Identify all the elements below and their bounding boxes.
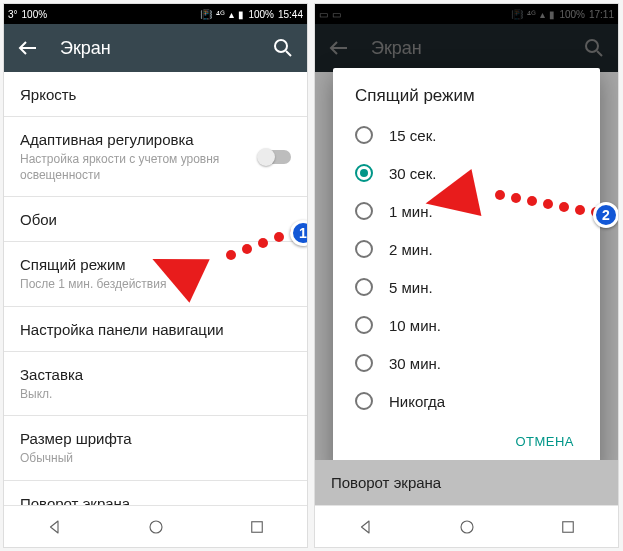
sleep-dialog: Спящий режим 15 сек.30 сек.1 мин.2 мин.5… bbox=[333, 68, 600, 471]
radio-option[interactable]: 10 мин. bbox=[333, 306, 600, 344]
svg-point-4 bbox=[461, 521, 473, 533]
row-sublabel: После 1 мин. бездействия bbox=[20, 277, 291, 293]
radio-option[interactable]: 30 сек. bbox=[333, 154, 600, 192]
navbar bbox=[315, 505, 618, 547]
radio-label: 2 мин. bbox=[389, 241, 433, 258]
navbar bbox=[4, 505, 307, 547]
nav-home-icon[interactable] bbox=[458, 518, 476, 536]
signal-icon: ▴ bbox=[229, 9, 234, 20]
row-sleep[interactable]: Спящий режим После 1 мин. бездействия bbox=[4, 242, 307, 307]
radio-label: Никогда bbox=[389, 393, 445, 410]
dialog-title: Спящий режим bbox=[333, 86, 600, 116]
page-title: Экран bbox=[60, 38, 271, 59]
nav-back-icon[interactable] bbox=[46, 518, 64, 536]
radio-label: 5 мин. bbox=[389, 279, 433, 296]
radio-option[interactable]: 1 мин. bbox=[333, 192, 600, 230]
radio-label: 1 мин. bbox=[389, 203, 433, 220]
row-adaptive-brightness[interactable]: Адаптивная регулировка Настройка яркости… bbox=[4, 117, 307, 197]
radio-list: 15 сек.30 сек.1 мин.2 мин.5 мин.10 мин.3… bbox=[333, 116, 600, 420]
settings-list: Яркость Адаптивная регулировка Настройка… bbox=[4, 72, 307, 526]
nav-recent-icon[interactable] bbox=[248, 518, 266, 536]
row-label: Спящий режим bbox=[20, 256, 291, 273]
row-fontsize[interactable]: Размер шрифта Обычный bbox=[4, 416, 307, 481]
row-label: Заставка bbox=[20, 366, 291, 383]
annotation-badge-2: 2 bbox=[593, 202, 619, 228]
signal-4g-icon: ⁴ᴳ bbox=[216, 9, 225, 20]
radio-option[interactable]: 2 мин. bbox=[333, 230, 600, 268]
phone-screen-1: 3° 100% 📳 ⁴ᴳ ▴ ▮ 100% 15:44 Экран Яркост… bbox=[3, 3, 308, 548]
radio-option[interactable]: 5 мин. bbox=[333, 268, 600, 306]
phone-screen-2: ▭ ▭ 📳 ⁴ᴳ ▴ ▮ 100% 17:11 Экран Спящий реж… bbox=[314, 3, 619, 548]
radio-label: 15 сек. bbox=[389, 127, 436, 144]
statusbar: 3° 100% 📳 ⁴ᴳ ▴ ▮ 100% 15:44 bbox=[4, 4, 307, 24]
back-icon[interactable] bbox=[16, 36, 40, 60]
radio-icon bbox=[355, 126, 373, 144]
cancel-button[interactable]: ОТМЕНА bbox=[505, 426, 584, 457]
svg-point-0 bbox=[275, 40, 287, 52]
nav-home-icon[interactable] bbox=[147, 518, 165, 536]
radio-label: 30 сек. bbox=[389, 165, 436, 182]
radio-option[interactable]: Никогда bbox=[333, 382, 600, 420]
row-sublabel: Настройка яркости с учетом уровня освеще… bbox=[20, 152, 259, 183]
svg-rect-2 bbox=[251, 521, 262, 532]
row-wallpaper[interactable]: Обои bbox=[4, 197, 307, 242]
row-label: Адаптивная регулировка bbox=[20, 131, 259, 148]
search-icon[interactable] bbox=[271, 36, 295, 60]
radio-icon bbox=[355, 392, 373, 410]
row-navigationbar[interactable]: Настройка панели навигации bbox=[4, 307, 307, 352]
adaptive-switch[interactable] bbox=[259, 150, 291, 164]
status-pct-left: 100% bbox=[22, 9, 48, 20]
radio-option[interactable]: 15 сек. bbox=[333, 116, 600, 154]
svg-point-1 bbox=[150, 521, 162, 533]
radio-label: 10 мин. bbox=[389, 317, 441, 334]
row-sublabel: Выкл. bbox=[20, 387, 291, 403]
row-sublabel: Обычный bbox=[20, 451, 291, 467]
vibrate-icon: 📳 bbox=[200, 9, 212, 20]
row-label: Настройка панели навигации bbox=[20, 321, 291, 338]
radio-label: 30 мин. bbox=[389, 355, 441, 372]
battery-icon: ▮ bbox=[238, 9, 244, 20]
radio-icon bbox=[355, 202, 373, 220]
row-label: Яркость bbox=[20, 86, 291, 103]
appbar: Экран bbox=[4, 24, 307, 72]
row-rotate-dimmed: Поворот экрана bbox=[315, 460, 618, 505]
nav-back-icon[interactable] bbox=[357, 518, 375, 536]
row-brightness[interactable]: Яркость bbox=[4, 72, 307, 117]
status-pct-right: 100% bbox=[248, 9, 274, 20]
radio-icon bbox=[355, 240, 373, 258]
row-label: Размер шрифта bbox=[20, 430, 291, 447]
status-time: 15:44 bbox=[278, 9, 303, 20]
row-label: Обои bbox=[20, 211, 291, 228]
status-temp: 3° bbox=[8, 9, 18, 20]
svg-rect-5 bbox=[562, 521, 573, 532]
radio-icon bbox=[355, 316, 373, 334]
nav-recent-icon[interactable] bbox=[559, 518, 577, 536]
radio-icon bbox=[355, 354, 373, 372]
radio-option[interactable]: 30 мин. bbox=[333, 344, 600, 382]
row-daydream[interactable]: Заставка Выкл. bbox=[4, 352, 307, 417]
radio-icon bbox=[355, 164, 373, 182]
radio-icon bbox=[355, 278, 373, 296]
